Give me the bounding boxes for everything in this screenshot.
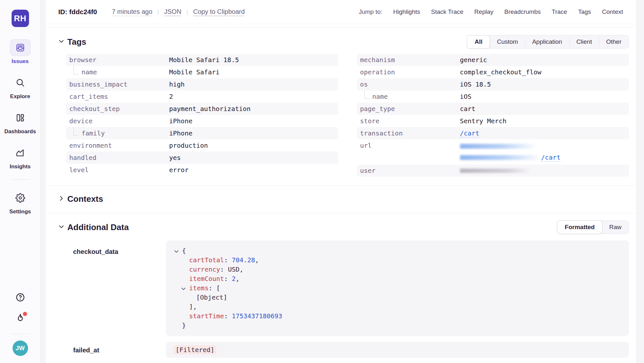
jump-link-highlights[interactable]: Highlights (393, 8, 420, 15)
tags-table-left: browserMobile Safari 18.5nameMobile Safa… (66, 54, 338, 177)
additional-data-toggle[interactable]: Additional Data (58, 222, 129, 232)
tag-key-text: store (360, 117, 380, 125)
tags-section-toggle[interactable]: Tags (58, 37, 86, 47)
json-token-punct: { (182, 247, 186, 255)
tag-row: url/cart (357, 139, 629, 164)
tags-filter-application[interactable]: Application (525, 35, 569, 48)
json-line: ], (174, 302, 621, 312)
whats-new-button[interactable] (13, 311, 28, 326)
tag-row: business_impacthigh (66, 78, 338, 90)
contexts-section-toggle[interactable]: Contexts (58, 194, 629, 204)
tag-row: mechanismgeneric (357, 54, 629, 66)
tag-value: Sentry Merch (460, 117, 507, 125)
copy-to-clipboard-link[interactable]: Copy to Clipboard (193, 8, 245, 16)
additional-data-section: Additional Data Formatted Raw checkout_d… (45, 213, 637, 358)
org-logo[interactable]: RH (12, 10, 29, 27)
tags-filter-other[interactable]: Other (599, 35, 629, 48)
json-line: itemCount: 2, (174, 274, 621, 284)
chevron-right-icon (58, 195, 64, 203)
tag-key: mechanism (357, 56, 460, 64)
user-avatar[interactable]: JW (13, 340, 28, 356)
tag-key-text: operation (360, 68, 395, 76)
tags-grid: browserMobile Safari 18.5nameMobile Safa… (66, 54, 629, 177)
chevron-down-icon (58, 224, 64, 231)
jump-link-context[interactable]: Context (602, 8, 623, 15)
tag-key: device (66, 117, 169, 125)
tag-row: cart_items2 (66, 90, 338, 103)
json-token-str: [Object] (196, 293, 227, 301)
json-link[interactable]: JSON (164, 8, 181, 16)
redacted-url-line: /cart (460, 153, 561, 162)
view-formatted-button[interactable]: Formatted (557, 220, 602, 234)
sidebar-item-explore[interactable]: Explore (10, 74, 31, 100)
tag-value: iOS (460, 93, 472, 100)
tag-value: /cart (460, 142, 561, 162)
json-token-key: currency (189, 265, 220, 273)
tag-row: osiOS 18.5 (357, 78, 629, 90)
json-tree-panel: {cartTotal: 704.28,currency: USD,itemCou… (166, 240, 629, 336)
sidebar-item-settings[interactable]: Settings (9, 190, 31, 215)
event-time-ago[interactable]: 7 minutes ago (112, 8, 152, 16)
json-token-punct: : [ (208, 284, 220, 292)
json-token-key: cartTotal (189, 256, 224, 264)
tag-key: page_type (357, 105, 460, 113)
tag-row: handledyes (66, 152, 338, 164)
notification-dot (23, 312, 27, 316)
json-token-num: 704.28 (232, 256, 255, 264)
json-line: } (174, 321, 621, 330)
sidebar-item-dashboards[interactable]: Dashboards (4, 109, 36, 135)
sidebar-item-issues[interactable]: Issues (10, 39, 31, 65)
tag-key-text: os (360, 80, 368, 88)
tag-key-text: url (360, 142, 372, 149)
json-line: items: [ (174, 284, 621, 293)
tags-filter-all[interactable]: All (467, 35, 490, 49)
tag-row: storeSentry Merch (357, 115, 629, 127)
tags-filter-client[interactable]: Client (569, 35, 599, 48)
tag-key: checkout_step (66, 105, 169, 113)
tag-key: level (66, 166, 169, 174)
json-token-punct: , (240, 265, 244, 273)
sidebar-item-label: Dashboards (4, 128, 36, 135)
tag-row: nameMobile Safari (66, 66, 338, 78)
tag-value: complex_checkout_flow (460, 68, 542, 76)
tag-key-text: name (372, 93, 388, 100)
jump-link-breadcrumbs[interactable]: Breadcrumbs (505, 8, 541, 15)
jump-link-tags[interactable]: Tags (578, 8, 591, 15)
additional-entry-failed-at: failed_at [Filtered] (58, 342, 629, 358)
tag-key-text: family (82, 129, 105, 137)
jump-to-nav: Jump to: Highlights Stack Trace Replay B… (359, 8, 623, 15)
sidebar: RH Issues E (0, 0, 41, 363)
tag-key-text: cart_items (69, 93, 108, 100)
json-token-num: 2 (232, 275, 235, 283)
tag-value-link[interactable]: /cart (541, 154, 561, 162)
tag-value-link[interactable]: /cart (460, 129, 479, 137)
event-details-panel: ID: fddc24f0 7 minutes ago | JSON | Copy… (45, 0, 637, 363)
tag-row: transaction/cart (357, 127, 629, 139)
json-token-punct: : (220, 265, 228, 273)
tag-key: handled (66, 154, 169, 162)
tag-row: levelerror (66, 164, 338, 176)
jump-link-trace[interactable]: Trace (552, 8, 567, 15)
entry-key: failed_at (58, 342, 166, 358)
insights-chart-icon (10, 144, 30, 161)
tag-value: yes (169, 154, 181, 162)
jump-link-stack-trace[interactable]: Stack Trace (431, 8, 463, 15)
tags-filter-custom[interactable]: Custom (490, 35, 525, 48)
tag-key: store (357, 117, 460, 125)
redacted-value (460, 169, 530, 173)
sidebar-item-insights[interactable]: Insights (10, 144, 31, 170)
tag-key-text: business_impact (69, 80, 128, 88)
event-header-links: 7 minutes ago | JSON | Copy to Clipboard (112, 8, 245, 16)
entry-key: checkout_data (58, 240, 166, 336)
tag-key-text: browser (69, 56, 96, 64)
tags-table-right: mechanismgenericoperationcomplex_checkou… (357, 54, 629, 177)
tag-key-text: environment (69, 142, 112, 149)
help-button[interactable] (13, 291, 28, 305)
sidebar-nav: Issues Explore (4, 39, 36, 215)
sidebar-item-label: Issues (12, 58, 29, 65)
tag-key-text: handled (69, 154, 96, 162)
view-raw-button[interactable]: Raw (602, 221, 629, 234)
jump-link-replay[interactable]: Replay (474, 8, 493, 15)
tag-row: operationcomplex_checkout_flow (357, 66, 629, 78)
json-line: currency: USD, (174, 265, 621, 274)
